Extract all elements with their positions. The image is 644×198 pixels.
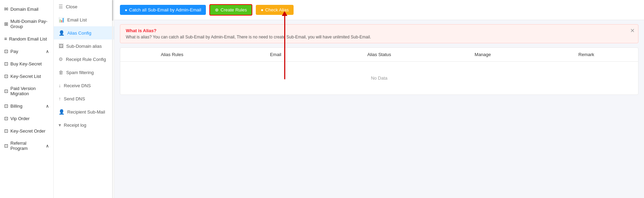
info-banner-close-button[interactable]: ✕	[630, 27, 635, 34]
table-body-empty: No Data	[120, 62, 638, 94]
info-banner-title: What is Alias?	[126, 28, 633, 33]
sidebar-item-pay[interactable]: ⊡ Pay ∧	[0, 45, 53, 57]
col-email: Email	[224, 48, 328, 61]
sidebar-right-item-spam-filtering[interactable]: 🗑 Spam filtering	[54, 66, 114, 79]
sidebar-item-buy-key-secret[interactable]: ⊡ Buy Key-Secret	[0, 57, 53, 70]
check-alias-button[interactable]: ● Check Alias	[256, 5, 294, 15]
sidebar-right-item-email-list[interactable]: 📊 Email List	[54, 13, 114, 26]
vip-order-icon: ⊡	[4, 116, 8, 121]
paid-migration-icon: ⊡	[4, 88, 8, 94]
sidebar-item-billing[interactable]: ⊡ Billing ∧	[0, 100, 53, 112]
buy-key-secret-icon: ⊡	[4, 61, 8, 66]
spam-filtering-icon: 🗑	[59, 70, 63, 75]
check-alias-icon: ●	[261, 7, 263, 12]
col-remark: Remark	[534, 48, 638, 61]
send-dns-icon: ↑	[59, 96, 61, 101]
sidebar-item-key-secret-list[interactable]: ⊡ Key-Secret List	[0, 70, 53, 82]
sidebar-right-item-alias-config[interactable]: 👤 Alias Config	[54, 26, 114, 39]
sidebar-right-item-receipt-log[interactable]: ▾ Receipt log	[54, 118, 114, 132]
col-alias-rules: Alias Rules	[120, 48, 224, 61]
table-header: Alias Rules Email Alias Status Manage Re…	[120, 48, 638, 62]
sidebar-item-paid-version-migration[interactable]: ⊡ Paid Version Migration	[0, 82, 53, 100]
info-banner-description: What is alias? You can catch all Sub-Ema…	[126, 35, 633, 39]
pay-icon: ⊡	[4, 48, 8, 54]
sidebar-right-item-send-dns[interactable]: ↑ Send DNS	[54, 92, 114, 105]
sidebar-item-domain-email[interactable]: ✉ Domain Email	[0, 3, 53, 15]
sidebar-item-random-email[interactable]: ≡ Random Email List	[0, 33, 53, 45]
sidebar-item-key-secret-order[interactable]: ⊡ Key-Secret Order	[0, 125, 53, 137]
alias-config-icon: 👤	[59, 30, 64, 36]
sidebar-right: ☰ Close 📊 Email List 👤 Alias Config 🖼 Su…	[54, 0, 114, 198]
sidebar-item-referral-program[interactable]: ⊡ Referral Program ∧	[0, 137, 53, 154]
col-alias-status: Alias Status	[328, 48, 431, 61]
receive-dns-icon: ↓	[59, 83, 61, 88]
sub-domain-alias-icon: 🖼	[59, 43, 63, 49]
circle-dot-icon: ●	[125, 8, 127, 12]
no-data-text: No Data	[371, 75, 388, 81]
sidebar-right-item-receive-dns[interactable]: ↓ Receive DNS	[54, 79, 114, 92]
scrollbar[interactable]	[112, 0, 113, 198]
info-banner: What is Alias? What is alias? You can ca…	[120, 24, 638, 43]
alias-table: Alias Rules Email Alias Status Manage Re…	[120, 47, 638, 95]
receipt-rule-icon: ⚙	[59, 56, 63, 62]
col-manage: Manage	[431, 48, 534, 61]
sidebar-left: ✉ Domain Email ⊞ Multi-Domain Pay-Group …	[0, 0, 54, 198]
receipt-log-icon: ▾	[59, 122, 61, 128]
billing-icon: ⊡	[4, 103, 8, 109]
annotation-arrow	[284, 15, 285, 79]
random-email-icon: ≡	[4, 36, 7, 42]
sidebar-right-item-receipt-rule-config[interactable]: ⚙ Receipt Rule Config	[54, 53, 114, 66]
sidebar-item-multi-domain[interactable]: ⊞ Multi-Domain Pay-Group	[0, 15, 53, 33]
main-content: ● Catch all Sub-Email by Admin-Email ⊕ C…	[114, 0, 644, 198]
domain-email-icon: ✉	[4, 6, 8, 12]
create-rules-button[interactable]: ⊕ Create Rules	[209, 4, 252, 16]
sidebar-right-item-close[interactable]: ☰ Close	[54, 0, 114, 13]
scroll-thumb[interactable]	[112, 0, 113, 21]
key-secret-list-icon: ⊡	[4, 73, 8, 79]
email-list-icon: 📊	[59, 17, 64, 22]
multi-domain-icon: ⊞	[4, 21, 8, 27]
key-secret-order-icon: ⊡	[4, 128, 8, 134]
toolbar: ● Catch all Sub-Email by Admin-Email ⊕ C…	[114, 0, 644, 20]
sidebar-item-vip-order[interactable]: ⊡ Vip Order	[0, 112, 53, 125]
recipient-sub-mail-icon: 👤	[59, 109, 64, 115]
close-icon: ☰	[59, 4, 63, 9]
referral-icon: ⊡	[4, 143, 8, 148]
catch-all-button[interactable]: ● Catch all Sub-Email by Admin-Email	[120, 5, 206, 15]
plus-icon: ⊕	[215, 7, 219, 12]
sidebar-right-item-sub-domain-alias[interactable]: 🖼 Sub-Domain alias	[54, 39, 114, 53]
sidebar-right-item-recipient-sub-mail[interactable]: 👤 Recipient Sub-Mail	[54, 105, 114, 118]
